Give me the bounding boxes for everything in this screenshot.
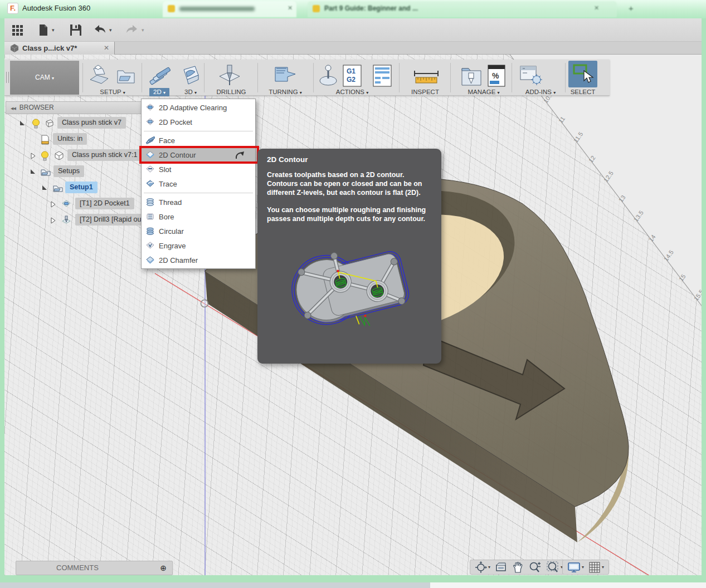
setup-folder-icon[interactable] (115, 63, 137, 86)
caret-down-icon: ▾ (498, 90, 500, 95)
add-comment-icon[interactable]: ⊕ (160, 561, 167, 575)
display-toolbar: ▾ ▾ (562, 560, 609, 575)
background-tab-title: Part 9 Guide: Beginner and ... (324, 4, 418, 12)
app-grid-icon[interactable] (11, 23, 25, 37)
pan-button[interactable] (509, 561, 526, 574)
tree-item-label[interactable]: Units: in (53, 133, 87, 145)
document-tab-bar: Class p...ick v7* ✕ (4, 42, 702, 55)
post-process-icon[interactable]: G1 G2 (342, 63, 362, 87)
expanded-triangle-icon[interactable] (41, 184, 48, 192)
document-tab-label: Class p...ick v7* (22, 44, 77, 52)
tree-item-label[interactable]: Class push stick v7 (57, 117, 126, 129)
group-label-3d[interactable]: 3D ▾ (175, 89, 206, 95)
feed-speed-icon[interactable]: % (487, 63, 506, 87)
new-tab-icon[interactable]: + (629, 3, 634, 13)
2d-milling-icon[interactable] (146, 63, 172, 87)
tool-library-icon[interactable] (460, 63, 483, 87)
turning-icon[interactable] (273, 63, 299, 87)
svg-text:13: 13 (617, 194, 627, 203)
menu-item-slot[interactable]: Slot (142, 162, 255, 177)
tree-item-label-selected[interactable]: Setup1 (65, 182, 98, 193)
viewport[interactable]: 10.5 11 11.5 12 12.5 13 13.5 14 14.5 15 … (4, 55, 702, 575)
3d-milling-icon[interactable] (179, 63, 202, 87)
caret-down-icon: ▾ (52, 76, 54, 81)
expanded-triangle-icon[interactable] (29, 168, 37, 176)
fit-icon (546, 561, 559, 574)
group-label-turning[interactable]: TURNING ▾ (260, 89, 311, 95)
fusion-logo-icon: F. (7, 3, 18, 14)
save-icon[interactable] (69, 23, 82, 37)
menu-item-2d-chamfer[interactable]: 2D Chamfer (142, 253, 255, 267)
document-tab[interactable]: Class p...ick v7* ✕ (4, 42, 115, 55)
drilling-icon[interactable] (217, 63, 242, 87)
workspace-switcher[interactable]: CAM ▾ (10, 61, 79, 95)
add-ins-icon[interactable] (519, 63, 544, 87)
redo-icon[interactable] (125, 23, 139, 37)
close-icon[interactable]: ✕ (594, 4, 599, 12)
look-at-button[interactable] (493, 561, 509, 574)
select-cursor-icon (568, 61, 597, 87)
file-icon[interactable] (38, 23, 49, 37)
measure-ruler-icon[interactable] (412, 63, 440, 87)
group-label-select[interactable]: SELECT (566, 89, 600, 95)
grid-settings-button[interactable]: ▾ (586, 561, 606, 574)
group-label-drilling[interactable]: DRILLING (206, 89, 256, 95)
setup-origin-marker[interactable] (201, 300, 208, 307)
slot-icon (145, 165, 155, 174)
cube-icon (9, 43, 20, 53)
face-icon (145, 136, 155, 145)
zoom-button[interactable] (526, 561, 544, 574)
menu-item-face[interactable]: Face (142, 133, 255, 148)
tooltip-title: 2D Contour (267, 155, 432, 164)
close-icon[interactable]: ✕ (288, 4, 293, 12)
menu-item-trace[interactable]: Trace (142, 177, 255, 191)
tree-item-label[interactable]: Class push stick v7:1 (67, 149, 142, 161)
setup-sheet-icon[interactable] (372, 63, 392, 87)
collapsed-triangle-icon[interactable] (49, 200, 57, 208)
group-label-actions[interactable]: ACTIONS ▾ (324, 89, 380, 95)
collapse-panel-icon[interactable]: ◀◀ (11, 106, 16, 110)
caret-down-icon: ▾ (553, 90, 556, 95)
group-label-setup[interactable]: SETUP ▾ (86, 89, 139, 95)
caret-down-icon[interactable]: ▾ (142, 27, 144, 33)
menu-item-circular[interactable]: Circular (142, 224, 255, 238)
toolbar-grip[interactable] (6, 72, 9, 83)
orbit-button[interactable]: ▾ (473, 561, 493, 574)
display-settings-button[interactable]: ▾ (565, 561, 586, 574)
grid-icon (588, 561, 601, 574)
select-tool-button[interactable] (568, 61, 597, 87)
menu-item-2d-adaptive-clearing[interactable]: 2D Adaptive Clearing (142, 100, 255, 115)
svg-text:G1: G1 (347, 67, 356, 75)
visibility-bulb-icon[interactable] (31, 118, 41, 129)
svg-text:15.5: 15.5 (693, 288, 702, 302)
comments-bar[interactable]: COMMENTS ⊕ (16, 561, 173, 575)
collapsed-triangle-icon[interactable] (49, 217, 57, 224)
new-setup-icon[interactable] (88, 63, 110, 86)
menu-item-bore[interactable]: Bore (142, 209, 255, 224)
menu-item-2d-contour[interactable]: 2D Contour (142, 148, 255, 162)
caret-down-icon: ▾ (300, 90, 302, 95)
browser-panel-header[interactable]: ◀◀BROWSER (6, 101, 145, 114)
caret-down-icon[interactable]: ▾ (52, 27, 55, 33)
trace-icon (145, 179, 155, 188)
menu-item-thread[interactable]: Thread (142, 195, 255, 209)
tree-item-label[interactable]: [T1] 2D Pocket1 (75, 198, 134, 209)
group-label-inspect[interactable]: INSPECT (401, 89, 449, 95)
svg-text:G2: G2 (347, 76, 356, 84)
menu-item-2d-pocket[interactable]: 2D Pocket (142, 115, 255, 129)
tree-item-label[interactable]: Setups (53, 165, 84, 177)
expanded-triangle-icon[interactable] (18, 120, 26, 128)
group-label-2d[interactable]: 2D ▾ (144, 89, 175, 95)
close-tab-icon[interactable]: ✕ (104, 44, 109, 52)
group-label-add-ins[interactable]: ADD-INS ▾ (515, 89, 566, 95)
caret-down-icon[interactable]: ▾ (109, 27, 112, 33)
svg-text:14: 14 (647, 233, 657, 243)
menu-item-engrave[interactable]: Engrave (142, 238, 255, 253)
undo-icon[interactable] (92, 23, 107, 37)
collapsed-triangle-icon[interactable] (29, 152, 37, 160)
pan-hand-icon (512, 561, 524, 574)
simulate-icon[interactable] (318, 63, 339, 87)
visibility-bulb-icon[interactable] (40, 150, 50, 161)
group-label-manage[interactable]: MANAGE ▾ (457, 89, 510, 95)
tree-item-label[interactable]: [T2] Drill3 [Rapid ou (75, 214, 144, 226)
